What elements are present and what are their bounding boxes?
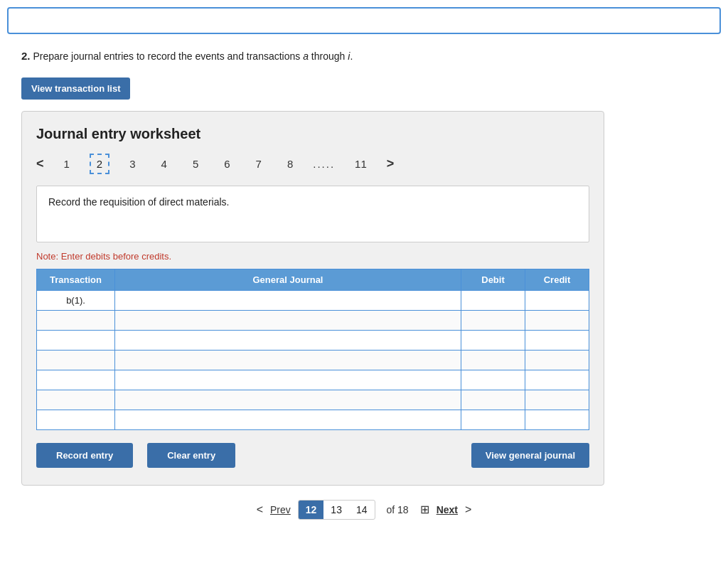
view-transaction-button[interactable]: View transaction list [21,77,130,100]
general-journal-cell-4[interactable] [115,350,461,370]
transaction-cell-4 [37,350,115,370]
general-journal-cell-3[interactable] [115,330,461,350]
debit-input-5[interactable] [461,370,525,390]
credit-cell-7[interactable] [525,410,589,429]
general-journal-input-4[interactable] [115,351,461,370]
debit-cell-5[interactable] [461,370,525,390]
action-buttons-row: Record entry Clear entry View general jo… [36,443,589,468]
note-text: Note: Enter debits before credits. [36,251,589,262]
credit-cell-4[interactable] [525,350,589,370]
tab-navigation: < 1 2 3 4 5 6 7 8 ..... 11 > [36,154,589,174]
table-row [37,370,589,390]
debit-input-4[interactable] [461,351,525,370]
general-journal-input-3[interactable] [115,331,461,350]
table-row [37,310,589,330]
top-input-bar[interactable] [7,7,721,34]
credit-cell-2[interactable] [525,310,589,330]
col-header-transaction: Transaction [37,269,115,290]
transaction-cell-7 [37,410,115,429]
tab-1[interactable]: 1 [58,155,75,173]
debit-input-3[interactable] [461,331,525,350]
general-journal-cell-6[interactable] [115,390,461,410]
credit-input-2[interactable] [525,311,589,330]
tab-dots: ..... [313,158,335,170]
credit-cell-1[interactable] [525,290,589,310]
credit-input-1[interactable] [525,291,589,310]
prev-link[interactable]: Prev [270,504,291,515]
credit-input-4[interactable] [525,351,589,370]
tab-3[interactable]: 3 [124,155,141,173]
credit-input-3[interactable] [525,331,589,350]
worksheet-container: Journal entry worksheet < 1 2 3 4 5 6 7 … [21,111,604,486]
debit-input-7[interactable] [461,410,525,429]
table-row [37,350,589,370]
worksheet-title: Journal entry worksheet [36,126,589,142]
general-journal-cell-5[interactable] [115,370,461,390]
grid-icon[interactable]: ⊞ [420,503,429,516]
bottom-prev-arrow[interactable]: < [257,503,263,516]
page-num-13[interactable]: 13 [323,501,349,519]
tab-prev-arrow[interactable]: < [36,156,44,171]
table-row [37,390,589,410]
of-total-text: of 18 [382,504,413,515]
tab-2[interactable]: 2 [90,154,109,174]
debit-cell-3[interactable] [461,330,525,350]
tab-8[interactable]: 8 [282,155,299,173]
general-journal-cell-7[interactable] [115,410,461,429]
description-box: Record the requisition of direct materia… [36,186,589,242]
table-row [37,410,589,429]
col-header-general-journal: General Journal [115,269,461,290]
credit-cell-3[interactable] [525,330,589,350]
credit-input-7[interactable] [525,410,589,429]
debit-cell-1[interactable] [461,290,525,310]
record-entry-button[interactable]: Record entry [36,443,133,468]
credit-input-6[interactable] [525,390,589,410]
general-journal-input-2[interactable] [115,311,461,330]
description-text: Record the requisition of direct materia… [48,196,229,208]
debit-cell-4[interactable] [461,350,525,370]
debit-input-2[interactable] [461,311,525,330]
question-text: 2. Prepare journal entries to record the… [21,48,707,65]
general-journal-cell-2[interactable] [115,310,461,330]
transaction-cell-3 [37,330,115,350]
debit-cell-7[interactable] [461,410,525,429]
general-journal-input-1[interactable] [115,291,461,310]
journal-table: Transaction General Journal Debit Credit… [36,269,589,430]
tab-11[interactable]: 11 [349,155,373,173]
col-header-debit: Debit [461,269,525,290]
transaction-cell-6 [37,390,115,410]
view-general-journal-button[interactable]: View general journal [471,443,589,468]
general-journal-cell-1[interactable] [115,290,461,310]
bottom-next-arrow[interactable]: > [465,503,471,516]
tab-next-arrow[interactable]: > [387,156,395,171]
tab-4[interactable]: 4 [156,155,173,173]
clear-entry-button[interactable]: Clear entry [147,443,235,468]
tab-6[interactable]: 6 [218,155,235,173]
tab-5[interactable]: 5 [187,155,204,173]
transaction-cell-5 [37,370,115,390]
credit-cell-6[interactable] [525,390,589,410]
transaction-cell-2 [37,310,115,330]
debit-cell-6[interactable] [461,390,525,410]
debit-cell-2[interactable] [461,310,525,330]
general-journal-input-5[interactable] [115,370,461,390]
debit-input-1[interactable] [461,291,525,310]
next-link[interactable]: Next [437,504,458,515]
page-num-12[interactable]: 12 [299,501,324,519]
general-journal-input-6[interactable] [115,390,461,410]
table-row: b(1). [37,290,589,310]
tab-7[interactable]: 7 [250,155,267,173]
col-header-credit: Credit [525,269,589,290]
table-row [37,330,589,350]
bottom-navigation: < Prev 12 13 14 of 18 ⊞ Next > [21,486,707,527]
credit-cell-5[interactable] [525,370,589,390]
debit-input-6[interactable] [461,390,525,410]
credit-input-5[interactable] [525,370,589,390]
transaction-cell-1: b(1). [37,290,115,310]
page-number-box: 12 13 14 [298,500,375,520]
page-num-14[interactable]: 14 [349,501,375,519]
general-journal-input-7[interactable] [115,410,461,429]
